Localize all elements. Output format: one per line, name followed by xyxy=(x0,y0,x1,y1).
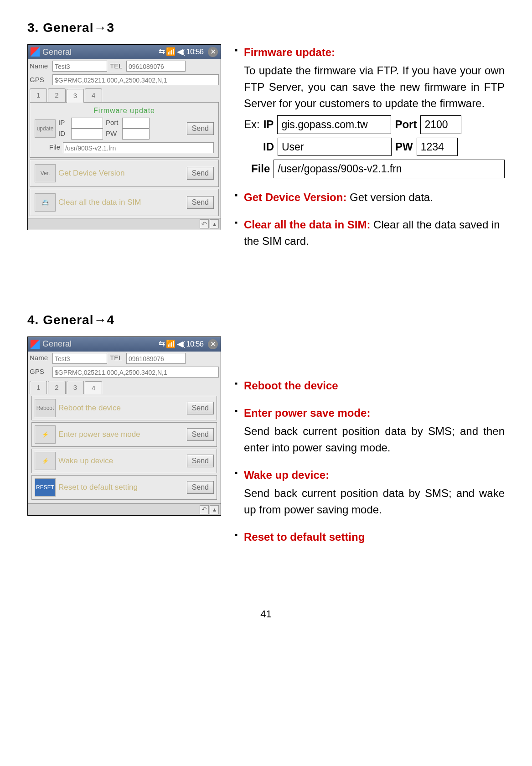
ex-file-label: File xyxy=(251,160,270,177)
reset-send-button[interactable]: Send xyxy=(187,481,214,494)
titlebar: General ⇆ 📶 ◀( 10:56 ✕ xyxy=(28,337,221,352)
screenshot-general-4: General ⇆ 📶 ◀( 10:56 ✕ Name Test3 TEL 09… xyxy=(27,336,221,516)
tab-strip: 1 2 3 4 xyxy=(28,379,221,394)
powersave-send-button[interactable]: Send xyxy=(187,428,214,441)
gps-input[interactable]: $GPRMC,025211.000,A,2500.3402,N,1 xyxy=(52,74,219,85)
tab-strip: 1 2 3 4 xyxy=(28,87,221,102)
clear-send-button[interactable]: Send xyxy=(187,196,214,209)
tab-1[interactable]: 1 xyxy=(30,381,47,394)
close-icon[interactable]: ✕ xyxy=(208,47,218,57)
bullet-firmware-update: Firmware update: To update the firmware … xyxy=(244,44,505,178)
page-number: 41 xyxy=(27,606,505,621)
bullet-clear-sim: Clear all the data in SIM: Clear all the… xyxy=(244,217,505,249)
port-label: Port xyxy=(106,118,119,128)
reboot-send-button[interactable]: Send xyxy=(187,402,214,414)
firmware-panel: Firmware update update IP Port ID PW xyxy=(30,102,219,158)
close-icon[interactable]: ✕ xyxy=(208,339,218,349)
pw-input[interactable] xyxy=(122,129,150,140)
ex-id-label: ID xyxy=(263,139,274,155)
section-2: General ⇆ 📶 ◀( 10:56 ✕ Name Test3 TEL 09… xyxy=(27,336,505,556)
name-label: Name xyxy=(30,61,50,72)
bullet-title: Enter power save mode: xyxy=(244,407,370,419)
gps-label: GPS xyxy=(30,367,50,377)
tab-4[interactable]: 4 xyxy=(85,88,102,102)
powersave-row: ⚡ Enter power save mode Send xyxy=(31,422,217,447)
version-panel: Ver. Get Device Version Send xyxy=(30,160,219,187)
reboot-row: Reboot Reboot the device Send xyxy=(31,396,217,420)
up-icon[interactable]: ▴ xyxy=(210,505,219,514)
bullet-desc: To update the firmware via FTP. If you h… xyxy=(244,62,505,112)
up-icon[interactable]: ▴ xyxy=(210,219,219,228)
gps-label: GPS xyxy=(30,75,50,85)
undo-icon[interactable]: ↶ xyxy=(200,505,209,514)
tab-4[interactable]: 4 xyxy=(85,381,102,395)
tab-1[interactable]: 1 xyxy=(30,88,47,102)
tab-3[interactable]: 3 xyxy=(67,89,84,103)
bullet-title: Clear all the data in SIM: xyxy=(244,218,370,231)
reboot-label: Reboot the device xyxy=(58,402,184,414)
reset-label: Reset to default setting xyxy=(58,481,184,493)
sim-icon: 📇 xyxy=(35,193,56,212)
tel-input[interactable]: 0961089076 xyxy=(126,61,186,72)
bullet-desc: Send back current position data by SMS; … xyxy=(244,485,505,518)
reboot-icon: Reboot xyxy=(35,399,56,417)
ex-port-label: Port xyxy=(395,116,417,133)
file-label: File xyxy=(35,142,60,153)
bullet-title: Reset to default setting xyxy=(244,531,365,543)
id-input[interactable] xyxy=(71,129,103,140)
gps-input[interactable]: $GPRMC,025211.000,A,2500.3402,N,1 xyxy=(52,367,219,378)
ex-port-value: 2100 xyxy=(420,115,461,134)
ex-pw-label: PW xyxy=(395,139,413,155)
bullet-powersave: Enter power save mode: Send back current… xyxy=(244,405,505,456)
ex-id-value: User xyxy=(278,138,392,156)
ex-ip-value: gis.gopass.com.tw xyxy=(277,115,391,134)
undo-icon[interactable]: ↶ xyxy=(200,219,209,228)
get-version-label: Get Device Version xyxy=(58,167,184,179)
ex-ip-label: IP xyxy=(263,116,274,133)
powersave-label: Enter power save mode xyxy=(58,429,184,440)
name-label: Name xyxy=(30,353,50,363)
titlebar: General ⇆ 📶 ◀( 10:56 ✕ xyxy=(28,45,221,59)
section-1: General ⇆ 📶 ◀( 10:56 ✕ Name Test3 TEL 09… xyxy=(27,44,505,260)
tab-3[interactable]: 3 xyxy=(67,381,84,394)
bullet-title: Get Device Version: xyxy=(244,191,346,203)
port-input[interactable] xyxy=(122,118,150,129)
name-input[interactable]: Test3 xyxy=(52,61,107,72)
wakeup-send-button[interactable]: Send xyxy=(187,455,214,467)
bullet-title: Wake up device: xyxy=(244,469,329,481)
status-indicators: ⇆ 📶 ◀( 10:56 xyxy=(159,338,203,350)
bullet-title: Firmware update: xyxy=(244,46,335,58)
bullet-get-version: Get Device Version: Get version data. xyxy=(244,189,505,206)
bullet-inline: Get version data. xyxy=(350,191,433,203)
ex-file-value: /user/gopass/900s-v2.1.frn xyxy=(274,160,505,178)
bottom-bar: ↶ ▴ xyxy=(28,503,221,515)
firmware-send-button[interactable]: Send xyxy=(187,122,214,135)
screenshot-general-3: General ⇆ 📶 ◀( 10:56 ✕ Name Test3 TEL 09… xyxy=(27,44,221,230)
bullet-reboot: Reboot the device xyxy=(244,378,505,394)
pw-label: PW xyxy=(106,129,119,139)
version-send-button[interactable]: Send xyxy=(187,167,214,180)
window-title: General xyxy=(42,46,156,58)
wakeup-icon: ⚡ xyxy=(35,452,56,470)
wakeup-row: ⚡ Wake up device Send xyxy=(31,449,217,473)
clear-panel: 📇 Clear all the data in SIM Send xyxy=(30,189,219,216)
clear-sim-label: Clear all the data in SIM xyxy=(58,197,184,208)
version-icon: Ver. xyxy=(35,164,56,182)
tel-input[interactable]: 0961089076 xyxy=(126,353,186,364)
tel-label: TEL xyxy=(110,61,124,72)
app-icon xyxy=(31,340,40,349)
tel-label: TEL xyxy=(110,353,124,363)
panel-title: Firmware update xyxy=(33,105,216,116)
tab-2[interactable]: 2 xyxy=(48,88,65,102)
ip-label: IP xyxy=(58,118,68,128)
bullet-wakeup: Wake up device: Send back current positi… xyxy=(244,467,505,518)
ip-input[interactable] xyxy=(71,118,103,129)
section-heading-2: 4. General→4 xyxy=(27,311,505,330)
reset-row: RESET Reset to default setting Send xyxy=(31,475,217,500)
reset-icon: RESET xyxy=(35,478,56,497)
bullets-1: Firmware update: To update the firmware … xyxy=(235,44,505,260)
name-input[interactable]: Test3 xyxy=(52,353,107,364)
file-input[interactable]: /usr/900S-v2.1.frn xyxy=(63,142,214,153)
tab-2[interactable]: 2 xyxy=(48,381,65,394)
app-icon xyxy=(31,47,40,57)
